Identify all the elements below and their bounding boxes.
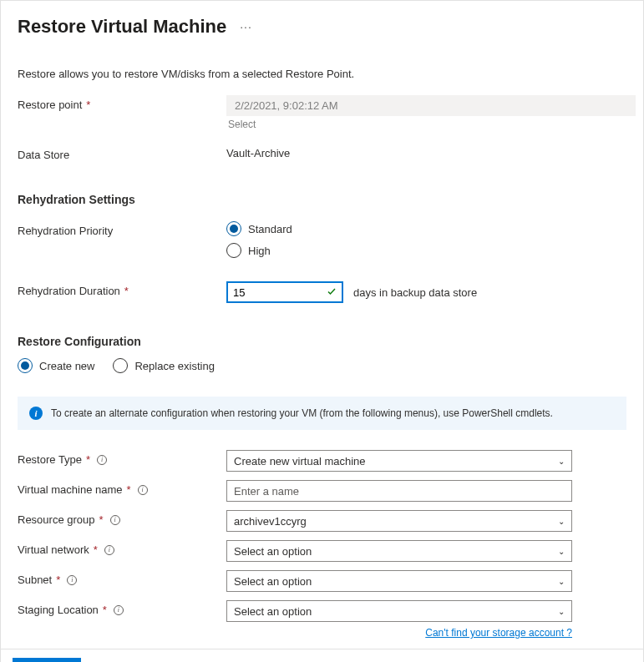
checkmark-icon	[327, 286, 337, 299]
restore-type-label: Restore Type* i	[18, 450, 226, 466]
rehydration-section-title: Rehydration Settings	[18, 193, 626, 206]
restore-button[interactable]: Restore	[13, 658, 81, 662]
page-title: Restore Virtual Machine	[18, 16, 226, 38]
duration-hint: days in backup data store	[353, 286, 477, 299]
rehydration-duration-input[interactable]	[233, 286, 337, 299]
rehydration-priority-label: Rehydration Priority	[18, 221, 226, 237]
info-icon[interactable]: i	[67, 575, 77, 585]
subnet-select[interactable]: Select an option ⌄	[226, 570, 572, 592]
radio-icon	[18, 358, 33, 373]
staging-location-label: Staging Location* i	[18, 600, 226, 616]
vm-name-input[interactable]	[226, 480, 572, 502]
radio-replace-existing[interactable]: Replace existing	[113, 358, 214, 373]
restore-point-select-hint[interactable]: Select	[226, 119, 636, 130]
staging-location-select[interactable]: Select an option ⌄	[226, 600, 572, 622]
virtual-network-label: Virtual network* i	[18, 540, 226, 556]
info-icon[interactable]: i	[114, 605, 124, 615]
rehydration-duration-input-wrap[interactable]	[226, 281, 343, 303]
virtual-network-select[interactable]: Select an option ⌄	[226, 540, 572, 562]
radio-icon	[226, 221, 241, 236]
storage-account-link[interactable]: Can't find your storage account ?	[425, 627, 572, 639]
restore-point-label: Restore point*	[18, 95, 226, 111]
radio-create-new[interactable]: Create new	[18, 358, 94, 373]
chevron-down-icon: ⌄	[558, 457, 565, 466]
info-icon[interactable]: i	[104, 545, 114, 555]
radio-standard[interactable]: Standard	[226, 221, 626, 236]
radio-icon	[113, 358, 128, 373]
vm-name-label: Virtual machine name* i	[18, 480, 226, 496]
restore-config-section-title: Restore Configuration	[18, 335, 626, 348]
resource-group-select[interactable]: archivev1ccyrg ⌄	[226, 510, 572, 532]
rehydration-duration-label: Rehydration Duration*	[18, 281, 226, 297]
resource-group-label: Resource group* i	[18, 510, 226, 526]
info-banner: i To create an alternate configuration w…	[18, 397, 626, 430]
radio-high[interactable]: High	[226, 243, 626, 258]
chevron-down-icon: ⌄	[558, 517, 565, 526]
restore-point-value[interactable]: 2/2/2021, 9:02:12 AM	[226, 95, 636, 116]
info-icon: i	[29, 407, 43, 420]
page-description: Restore allows you to restore VM/disks f…	[18, 68, 626, 80]
data-store-label: Data Store	[18, 145, 226, 161]
restore-type-select[interactable]: Create new virtual machine ⌄	[226, 450, 572, 472]
subnet-label: Subnet* i	[18, 570, 226, 586]
data-store-value: Vault-Archive	[226, 145, 626, 159]
info-icon[interactable]: i	[138, 485, 148, 495]
info-icon[interactable]: i	[110, 515, 120, 525]
chevron-down-icon: ⌄	[558, 607, 565, 616]
more-menu-icon[interactable]: ···	[240, 20, 252, 33]
radio-icon	[226, 243, 241, 258]
info-icon[interactable]: i	[97, 455, 107, 465]
chevron-down-icon: ⌄	[558, 547, 565, 556]
chevron-down-icon: ⌄	[558, 577, 565, 586]
